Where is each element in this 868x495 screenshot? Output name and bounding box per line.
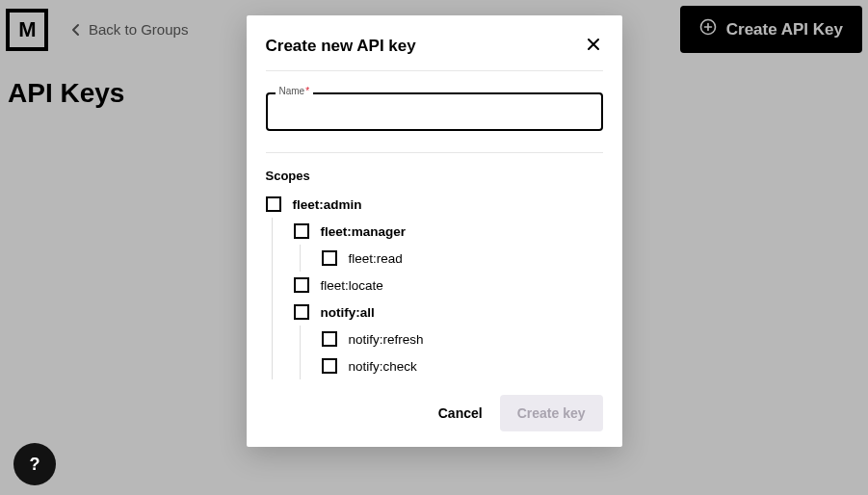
divider: [266, 152, 603, 153]
scope-row-fleet-manager: fleet:manager: [294, 218, 603, 245]
name-field: Name*: [266, 92, 603, 131]
checkbox-fleet-locate[interactable]: [294, 277, 309, 293]
checkbox-fleet-admin[interactable]: [266, 196, 281, 212]
scopes-heading: Scopes: [266, 169, 603, 183]
scope-row-fleet-locate: fleet:locate: [294, 272, 603, 299]
scope-children: fleet:manager fleet:read fleet:locate no…: [272, 218, 603, 379]
scope-row-notify-all: notify:all: [294, 299, 603, 326]
checkbox-notify-refresh[interactable]: [322, 331, 337, 347]
name-label-text: Name: [279, 86, 305, 96]
cancel-button[interactable]: Cancel: [438, 405, 483, 421]
scopes-tree: fleet:admin fleet:manager fleet:read fle…: [266, 191, 603, 379]
modal-scrim[interactable]: Create new API key Name* Scopes fleet:ad…: [0, 0, 868, 495]
required-indicator: *: [305, 86, 309, 96]
scope-label: notify:refresh: [349, 332, 424, 347]
modal-close-button[interactable]: [584, 35, 603, 57]
name-label: Name*: [276, 86, 314, 96]
scope-label: fleet:admin: [293, 197, 362, 212]
checkbox-notify-check[interactable]: [322, 358, 337, 374]
name-input[interactable]: [266, 92, 603, 131]
checkbox-notify-all[interactable]: [294, 304, 309, 320]
scope-row-notify-refresh: notify:refresh: [322, 326, 603, 352]
scope-children: notify:refresh notify:check: [300, 326, 603, 379]
scope-label: fleet:locate: [321, 278, 383, 293]
divider: [266, 70, 603, 71]
scope-row-notify-check: notify:check: [322, 352, 603, 379]
scope-label: notify:check: [349, 359, 417, 374]
scope-label: fleet:read: [349, 251, 403, 266]
modal-footer: Cancel Create key: [266, 395, 603, 431]
scope-row-fleet-read: fleet:read: [322, 245, 603, 272]
help-button[interactable]: ?: [13, 443, 56, 485]
scope-row-fleet-admin: fleet:admin: [266, 191, 603, 218]
scope-label: notify:all: [321, 305, 375, 320]
modal-title: Create new API key: [266, 37, 416, 56]
create-api-key-modal: Create new API key Name* Scopes fleet:ad…: [247, 15, 622, 447]
scope-label: fleet:manager: [321, 224, 407, 239]
close-icon: [586, 40, 601, 55]
checkbox-fleet-manager[interactable]: [294, 223, 309, 239]
scope-children: fleet:read: [300, 245, 603, 272]
checkbox-fleet-read[interactable]: [322, 250, 337, 266]
create-key-submit-button[interactable]: Create key: [500, 395, 603, 431]
modal-header: Create new API key: [266, 35, 603, 57]
